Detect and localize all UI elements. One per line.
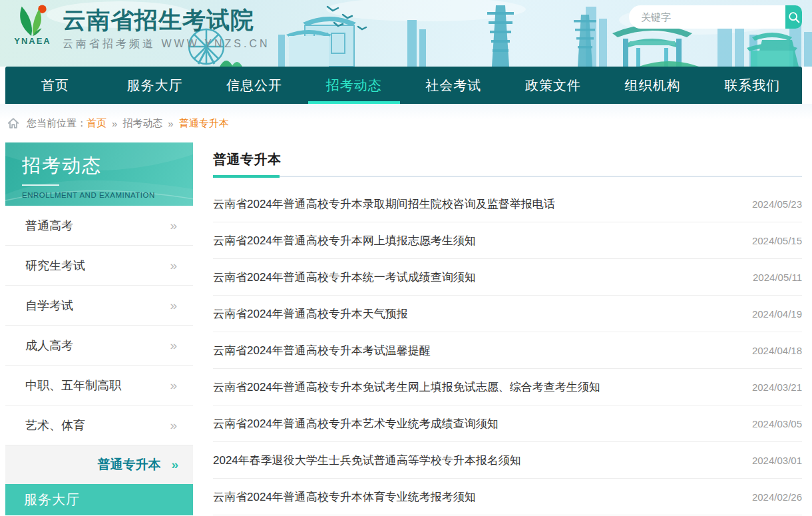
nav-item-label: 招考动态 <box>326 77 382 95</box>
main-content: 普通专升本 云南省2024年普通高校专升本录取期间招生院校咨询及监督举报电话 2… <box>213 142 802 515</box>
article-title-link[interactable]: 2024年春季退役大学生士兵免试普通高等学校专升本报名须知 <box>213 453 541 468</box>
sidebar-subtitle: ENROLLMENT AND EXAMINATION <box>22 191 193 199</box>
nav-item-label: 信息公开 <box>226 77 282 95</box>
sidebar-item-label: 普通高考 <box>25 218 73 234</box>
nav-item[interactable]: 首页 <box>5 67 105 104</box>
logo-acronym: YNAEA <box>12 36 53 46</box>
article-title-link[interactable]: 云南省2024年普通高校专升本统一考试成绩查询须知 <box>213 270 496 285</box>
main-nav: 首页 服务大厅 信息公开 招考动态 社会考试 政策文件 组织机构 联系我们 <box>5 67 802 104</box>
article-title-link[interactable]: 云南省2024年普通高校专升本录取期间招生院校咨询及监督举报电话 <box>213 196 575 212</box>
breadcrumb-prefix: 您当前位置： <box>27 117 87 130</box>
sidebar-menu-item[interactable]: 普通高考 » <box>5 206 193 246</box>
sidebar-item-label: 成人高考 <box>25 338 73 354</box>
breadcrumb-link[interactable]: 首页 <box>87 117 106 130</box>
article-title-link[interactable]: 云南省2024年普通高校专升本体育专业统考报考须知 <box>213 489 496 505</box>
chevron-right-icon: » <box>170 378 176 393</box>
article-date: 2024/04/19 <box>752 308 802 320</box>
breadcrumb-separator-icon: » <box>168 118 173 129</box>
nav-item[interactable]: 信息公开 <box>204 67 304 104</box>
search-input[interactable] <box>629 5 785 29</box>
site-logo: YNAEA <box>12 4 53 46</box>
breadcrumb-link[interactable]: 普通专升本 <box>179 117 229 130</box>
nav-item-label: 社会考试 <box>425 77 481 95</box>
sidebar-menu-item[interactable]: 成人高考 » <box>5 326 193 366</box>
article-title-link[interactable]: 云南省2024年普通高校专升本免试考生网上填报免试志愿、综合考查考生须知 <box>213 380 620 395</box>
sidebar-item-label: 研究生考试 <box>25 258 85 274</box>
site-subtitle: 云南省招考频道 WWW.YNZS.CN <box>63 37 270 51</box>
article-row[interactable]: 云南省2024年普通高校专升本免试考生网上填报免试志愿、综合考查考生须知 202… <box>213 369 802 405</box>
article-date: 2024/05/15 <box>752 235 802 246</box>
nav-item-label: 政策文件 <box>525 77 581 95</box>
sidebar: 招考动态 ENROLLMENT AND EXAMINATION 普通高考 » 研… <box>5 142 193 515</box>
nav-item[interactable]: 服务大厅 <box>105 67 205 104</box>
chevron-right-icon: » <box>170 418 176 433</box>
sidebar-menu-item[interactable]: 艺术、体育 » <box>5 405 193 445</box>
article-date: 2024/05/23 <box>752 198 802 210</box>
nav-item-label: 联系我们 <box>724 77 780 95</box>
site-brand[interactable]: YNAEA 云南省招生考试院 云南省招考频道 WWW.YNZS.CN <box>12 4 270 51</box>
article-row[interactable]: 云南省2024年普通高校专升本体育专业统考报考须知 2024/02/26 <box>213 479 802 515</box>
sidebar-section-service-hall[interactable]: 服务大厅 <box>5 484 193 515</box>
chevron-right-icon: » <box>170 338 176 353</box>
article-date: 2024/03/05 <box>752 418 802 429</box>
sidebar-item-label: 自学考试 <box>25 298 73 314</box>
breadcrumb-link[interactable]: 招考动态 <box>122 117 162 130</box>
article-row[interactable]: 云南省2024年普通高校专升本天气预报 2024/04/19 <box>213 296 802 332</box>
page-title-bar: 普通专升本 <box>213 150 802 177</box>
breadcrumb: 您当前位置： » 首页 » 招考动态 » 普通专升本 <box>0 104 812 142</box>
search-bar <box>629 5 802 29</box>
chevron-right-icon: » <box>170 218 176 233</box>
sidebar-title-rule <box>22 184 59 186</box>
header-banner: YNAEA 云南省招生考试院 云南省招考频道 WWW.YNZS.CN <box>0 0 812 67</box>
sidebar-menu-item[interactable]: 研究生考试 » <box>5 246 193 286</box>
nav-item[interactable]: 招考动态 <box>304 67 404 104</box>
breadcrumb-items: » 首页 » 招考动态 » 普通专升本 <box>87 117 229 130</box>
article-row[interactable]: 云南省2024年普通高校专升本艺术专业统考成绩查询须知 2024/03/05 <box>213 405 802 442</box>
article-date: 2024/05/11 <box>753 272 802 283</box>
chevron-right-icon: » <box>170 298 176 313</box>
home-icon[interactable] <box>7 117 20 130</box>
breadcrumb-item: » 招考动态 <box>106 117 162 130</box>
article-date: 2024/03/21 <box>752 382 802 393</box>
article-list: 云南省2024年普通高校专升本录取期间招生院校咨询及监督举报电话 2024/05… <box>213 186 802 515</box>
chevron-right-icon: » <box>171 457 177 472</box>
nav-item[interactable]: 组织机构 <box>603 67 703 104</box>
breadcrumb-item: » 首页 <box>87 117 106 130</box>
article-date: 2024/02/26 <box>752 491 802 503</box>
article-title-link[interactable]: 云南省2024年普通高校专升本网上填报志愿考生须知 <box>213 233 496 248</box>
ynaea-bird-leaf-icon <box>13 4 52 37</box>
nav-item-label: 组织机构 <box>625 77 681 95</box>
sidebar-header: 招考动态 ENROLLMENT AND EXAMINATION <box>5 142 193 206</box>
search-icon <box>787 11 801 24</box>
nav-item-label: 首页 <box>41 77 69 95</box>
sidebar-menu-item[interactable]: 中职、五年制高职 » <box>5 366 193 405</box>
article-row[interactable]: 云南省2024年普通高校专升本网上填报志愿考生须知 2024/05/15 <box>213 222 802 259</box>
sidebar-item-label: 艺术、体育 <box>25 417 85 433</box>
article-row[interactable]: 云南省2024年普通高校专升本统一考试成绩查询须知 2024/05/11 <box>213 259 802 296</box>
site-title: 云南省招生考试院 <box>63 5 270 35</box>
nav-item[interactable]: 政策文件 <box>503 67 603 104</box>
sidebar-active-label: 普通专升本 <box>97 456 160 473</box>
search-button[interactable] <box>785 5 802 29</box>
article-row[interactable]: 云南省2024年普通高校专升本录取期间招生院校咨询及监督举报电话 2024/05… <box>213 186 802 222</box>
sidebar-menu: 普通高考 » 研究生考试 » 自学考试 » 成人高考 » <box>5 206 193 445</box>
nav-item[interactable]: 联系我们 <box>702 67 802 104</box>
article-title-link[interactable]: 云南省2024年普通高校专升本艺术专业统考成绩查询须知 <box>213 416 518 431</box>
article-date: 2024/04/18 <box>752 345 802 356</box>
article-title-link[interactable]: 云南省2024年普通高校专升本天气预报 <box>213 306 428 322</box>
sidebar-title: 招考动态 <box>22 153 193 178</box>
sidebar-menu-item[interactable]: 自学考试 » <box>5 286 193 326</box>
sidebar-active-item[interactable]: 普通专升本 » <box>5 445 193 484</box>
article-row[interactable]: 2024年春季退役大学生士兵免试普通高等学校专升本报名须知 2024/03/01 <box>213 442 802 479</box>
article-date: 2024/03/01 <box>752 455 802 466</box>
sidebar-item-label: 中职、五年制高职 <box>25 378 121 393</box>
nav-item[interactable]: 社会考试 <box>404 67 504 104</box>
page-title: 普通专升本 <box>213 152 282 166</box>
breadcrumb-separator-icon: » <box>112 118 117 129</box>
breadcrumb-item: » 普通专升本 <box>162 117 228 130</box>
sidebar-section-label: 服务大厅 <box>24 491 80 509</box>
article-row[interactable]: 云南省2024年普通高校专升本考试温馨提醒 2024/04/18 <box>213 332 802 369</box>
chevron-right-icon: » <box>170 258 176 273</box>
article-title-link[interactable]: 云南省2024年普通高校专升本考试温馨提醒 <box>213 343 451 358</box>
nav-item-label: 服务大厅 <box>126 77 182 95</box>
